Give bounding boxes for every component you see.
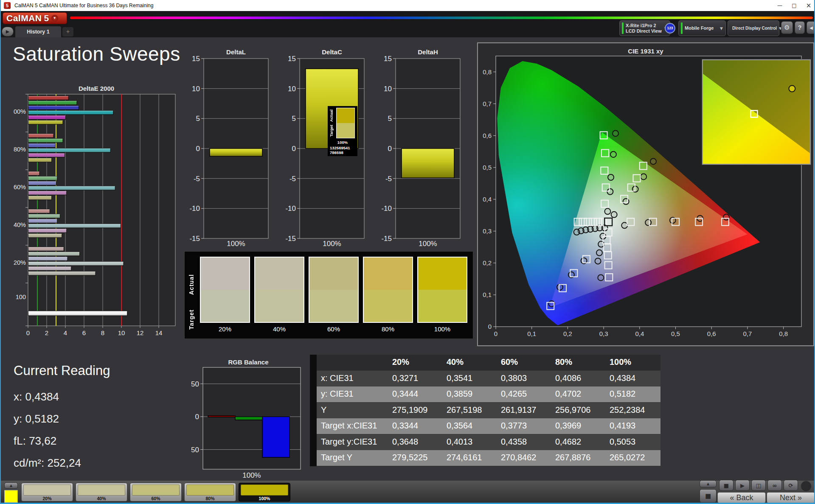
svg-text:40%: 40% xyxy=(14,221,26,228)
calman-window: 5 CalMAN 5 CalMAN Ultimate for Business … xyxy=(0,0,815,504)
swatch-target-color xyxy=(418,290,467,322)
svg-text:-5: -5 xyxy=(289,175,296,183)
swatch-actual-color xyxy=(418,258,467,290)
actual-marker xyxy=(610,151,616,157)
svg-text:0,4: 0,4 xyxy=(483,196,492,203)
table-cell: 275,1909 xyxy=(389,403,443,418)
swatch-target-color xyxy=(309,290,358,322)
meter-count-badge[interactable]: 123 xyxy=(665,23,675,34)
calman-logo[interactable]: CalMAN 5 ▼ xyxy=(3,12,67,24)
meter-select-button[interactable]: X-Rite i1Pro 2 LCD Direct View ▼ xyxy=(619,20,670,36)
patch-button-40%[interactable]: 40% xyxy=(76,483,127,501)
swatch-actual-label: Actual xyxy=(188,261,195,295)
patch-button-60%[interactable]: 60% xyxy=(130,483,182,501)
close-icon[interactable]: × xyxy=(801,0,815,11)
table-cell: 0,3564 xyxy=(443,418,497,434)
status-indicator-light xyxy=(801,481,812,492)
back-label: Back xyxy=(736,493,753,502)
meter-mode: LCD Direct View xyxy=(626,28,662,34)
table-cell: 274,6161 xyxy=(443,450,497,466)
svg-text:0,5: 0,5 xyxy=(483,164,492,171)
continuous-measure-icon[interactable]: ∞ xyxy=(767,480,782,491)
stop-measure-icon[interactable]: ■ xyxy=(719,480,734,491)
expand-patches-icon[interactable]: ▲ xyxy=(4,482,18,489)
svg-text:10: 10 xyxy=(384,85,392,93)
actual-marker xyxy=(611,212,617,218)
maximize-icon[interactable]: □ xyxy=(787,0,801,11)
svg-text:5: 5 xyxy=(388,115,392,123)
collapse-panel-icon[interactable]: ◀ xyxy=(807,21,815,34)
swatch-target-label: Target xyxy=(188,296,195,330)
patch-button-20%[interactable]: 20% xyxy=(21,483,73,501)
svg-text:DeltaC: DeltaC xyxy=(322,48,342,56)
table-cell: 267,5198 xyxy=(443,403,497,418)
table-header-cell: 80% xyxy=(552,355,606,370)
svg-text:15: 15 xyxy=(384,55,392,63)
add-tab-button[interactable]: + xyxy=(62,27,73,36)
table-row-label: x: CIE31 xyxy=(317,371,389,386)
table-cell: 0,5182 xyxy=(606,386,660,402)
svg-text:0,8: 0,8 xyxy=(779,330,788,337)
header: CalMAN 5 ▼ ▶ History 1 + X-Rite i1Pro 2 … xyxy=(1,11,815,37)
help-icon[interactable]: ? xyxy=(795,21,805,34)
deltah-chart: DeltaH151050-5-10-15100% xyxy=(379,48,464,248)
swatch-item xyxy=(309,257,359,323)
play-measure-icon[interactable]: ▶ xyxy=(735,480,750,491)
svg-text:100: 100 xyxy=(16,294,26,300)
back-button[interactable]: « Back xyxy=(717,492,766,503)
deltae-chart-title: DeltaE 2000 xyxy=(18,85,175,92)
actual-target-swatch-strip: Actual Target 20%40%60%80%100% xyxy=(184,251,473,339)
gear-icon[interactable]: ⚙ xyxy=(781,21,793,34)
table-cell: 0,3773 xyxy=(497,418,552,434)
svg-text:100%: 100% xyxy=(242,471,261,479)
table-row: Target x:CIE310,33440,35640,37730,39690,… xyxy=(317,418,660,434)
svg-text:100%: 100% xyxy=(14,108,26,115)
sidebar-expand-button[interactable]: ▶ xyxy=(2,27,14,36)
table-header-cell: 100% xyxy=(606,355,660,370)
actual-marker xyxy=(608,174,614,180)
svg-text:0,3: 0,3 xyxy=(599,330,608,337)
svg-text:0: 0 xyxy=(494,330,497,337)
display-control-name: Direct Display Control xyxy=(732,25,777,31)
svg-text:2: 2 xyxy=(45,329,48,336)
patch-window-button[interactable]: ■ xyxy=(700,489,717,503)
patch-color xyxy=(78,484,125,496)
tab-history-1[interactable]: History 1 xyxy=(15,26,61,37)
next-button[interactable]: Next » xyxy=(767,492,815,503)
tooltip-percent: 100% xyxy=(328,140,357,145)
svg-text:100%: 100% xyxy=(323,240,341,248)
current-reading-line: x: 0,4384 xyxy=(14,390,59,403)
patch-button-100%[interactable]: 100% xyxy=(239,483,290,501)
refresh-icon[interactable]: ⟳ xyxy=(784,480,798,491)
collapse-transport-icon[interactable]: ▲ xyxy=(700,480,717,487)
rainbow-gradient-bar xyxy=(70,17,813,19)
svg-text:0,6: 0,6 xyxy=(483,132,492,139)
swatch-target-color xyxy=(201,290,249,322)
table-cell: 0,4086 xyxy=(552,371,606,386)
logo-dropdown-icon[interactable]: ▼ xyxy=(51,15,58,22)
svg-text:DeltaH: DeltaH xyxy=(418,48,438,56)
tooltip-swatch xyxy=(336,108,355,138)
single-measure-icon[interactable]: ◫ xyxy=(751,480,766,491)
chevron-down-icon: ▼ xyxy=(718,26,723,31)
actual-marker xyxy=(598,274,604,280)
table-header-cell: 60% xyxy=(497,355,552,370)
table-cell: 0,5053 xyxy=(606,434,660,450)
svg-text:100%: 100% xyxy=(419,240,437,248)
swatch-item xyxy=(417,257,467,323)
table-row-label: Y xyxy=(317,403,389,418)
patch-button-80%[interactable]: 80% xyxy=(184,483,236,501)
actual-marker xyxy=(596,250,602,256)
patch-label: 60% xyxy=(130,496,181,501)
tooltip-target-label: Target xyxy=(329,125,334,137)
next-label: Next xyxy=(780,493,795,502)
patch-color xyxy=(241,484,288,496)
swatch-label: 60% xyxy=(309,325,359,333)
display-control-button[interactable]: Direct Display Control ▼ xyxy=(728,20,779,36)
patch-color xyxy=(23,484,71,496)
minimize-icon[interactable]: — xyxy=(773,0,787,11)
svg-text:0: 0 xyxy=(292,145,296,153)
source-select-button[interactable]: Mobile Forge ▼ xyxy=(678,20,726,36)
table-row: Y275,1909267,5198261,9137256,9706252,238… xyxy=(317,403,660,418)
swatch-actual-color xyxy=(364,258,412,290)
